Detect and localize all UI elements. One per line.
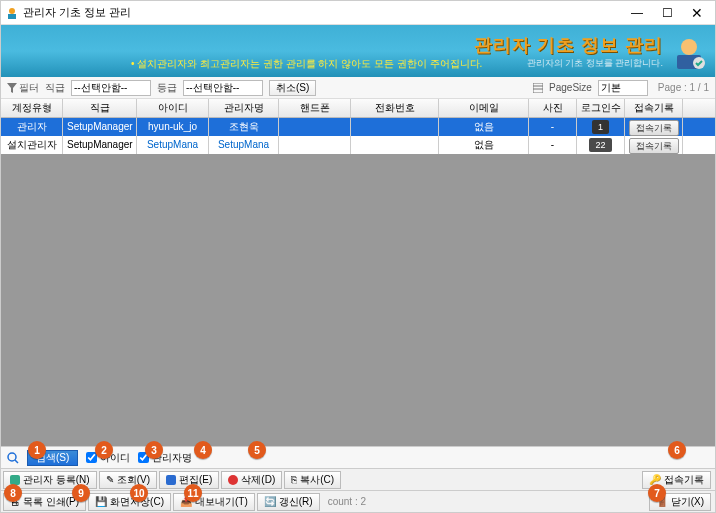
banner-title: 관리자 기초 정보 관리 xyxy=(474,33,663,57)
window-controls: — ☐ ✕ xyxy=(621,3,711,23)
annotation-10: 10 xyxy=(130,484,148,502)
annotation-11: 11 xyxy=(184,484,202,502)
header-banner: • 설치관리자와 최고관리자는 권한 관리를 하지 않아도 모든 권한이 주어집… xyxy=(1,25,715,77)
banner-warning: • 설치관리자와 최고관리자는 권한 관리를 하지 않아도 모든 권한이 주어집… xyxy=(131,57,482,71)
rank-label: 직급 xyxy=(45,81,65,95)
col-header[interactable]: 로그인수 xyxy=(577,99,625,117)
col-header[interactable]: 직급 xyxy=(63,99,137,117)
grade-label: 등급 xyxy=(157,81,177,95)
col-header[interactable]: 이메일 xyxy=(439,99,529,117)
table-row[interactable]: 관리자 SetupManager hyun-uk_jo 조현욱 없음 - 1 접… xyxy=(1,118,715,136)
minimize-button[interactable]: — xyxy=(623,3,651,23)
svg-point-2 xyxy=(681,39,697,55)
col-header[interactable]: 계정유형 xyxy=(1,99,63,117)
app-icon xyxy=(5,6,19,20)
access-log-button[interactable]: 접속기록 xyxy=(629,120,679,136)
toolbar-secondary: 🖨목록 인쇄(P) 💾화면저장(C) 📤내보내기(T) 🔄갱신(R) count… xyxy=(1,490,715,512)
search-icon xyxy=(7,452,19,464)
toolbar-main: 관리자 등록(N) ✎조회(V) 편집(E) 삭제(D) ⎘복사(C) 🔑접속기… xyxy=(1,468,715,490)
refresh-icon: 🔄 xyxy=(264,496,276,507)
window-title: 관리자 기초 정보 관리 xyxy=(23,5,621,20)
main-window: 관리자 기초 정보 관리 — ☐ ✕ • 설치관리자와 최고관리자는 권한 관리… xyxy=(0,0,716,513)
svg-point-0 xyxy=(9,8,15,14)
access-log-button[interactable]: 접속기록 xyxy=(629,138,679,154)
close-button[interactable]: ✕ xyxy=(683,3,711,23)
svg-point-8 xyxy=(8,453,16,461)
cancel-filter-button[interactable]: 취소(S) xyxy=(269,80,316,96)
annotation-1: 1 xyxy=(28,441,46,459)
annotation-7: 7 xyxy=(648,484,666,502)
annotation-8: 8 xyxy=(4,484,22,502)
login-count: 1 xyxy=(592,120,609,134)
disk-icon: 💾 xyxy=(95,496,107,507)
pencil-icon: ✎ xyxy=(106,474,114,485)
pagesize-icon xyxy=(533,83,543,93)
annotation-4: 4 xyxy=(194,441,212,459)
annotation-6: 6 xyxy=(668,441,686,459)
annotation-9: 9 xyxy=(72,484,90,502)
delete-button[interactable]: 삭제(D) xyxy=(221,471,282,489)
annotation-2: 2 xyxy=(95,441,113,459)
row-count: count : 2 xyxy=(328,496,366,507)
banner-subtitle: 관리자의 기초 정보를 관리합니다. xyxy=(527,57,663,70)
col-header[interactable]: 관리자명 xyxy=(209,99,279,117)
annotation-5: 5 xyxy=(248,441,266,459)
data-grid: 계정유형 직급 아이디 관리자명 핸드폰 전화번호 이메일 사진 로그인수 접속… xyxy=(1,99,715,446)
filter-icon xyxy=(7,83,17,93)
copy-icon: ⎘ xyxy=(291,474,297,485)
grid-body: 관리자 SetupManager hyun-uk_jo 조현욱 없음 - 1 접… xyxy=(1,118,715,446)
grid-header-row: 계정유형 직급 아이디 관리자명 핸드폰 전화번호 이메일 사진 로그인수 접속… xyxy=(1,99,715,118)
grade-select[interactable]: --선택안함-- xyxy=(183,80,263,96)
rank-select[interactable]: --선택안함-- xyxy=(71,80,151,96)
col-header[interactable]: 핸드폰 xyxy=(279,99,351,117)
maximize-button[interactable]: ☐ xyxy=(653,3,681,23)
refresh-button[interactable]: 🔄갱신(R) xyxy=(257,493,320,511)
banner-manager-icon xyxy=(671,35,707,71)
filter-label: 필터 xyxy=(7,81,39,95)
titlebar: 관리자 기초 정보 관리 — ☐ ✕ xyxy=(1,1,715,25)
svg-line-9 xyxy=(15,460,18,463)
copy-button[interactable]: ⎘복사(C) xyxy=(284,471,341,489)
col-header[interactable]: 아이디 xyxy=(137,99,209,117)
login-count: 22 xyxy=(589,138,611,152)
filter-bar: 필터 직급 --선택안함-- 등급 --선택안함-- 취소(S) PageSiz… xyxy=(1,77,715,99)
page-info: Page : 1 / 1 xyxy=(658,82,709,93)
col-header[interactable]: 사진 xyxy=(529,99,577,117)
svg-rect-5 xyxy=(533,83,543,93)
col-header[interactable]: 전화번호 xyxy=(351,99,439,117)
pagesize-select[interactable]: 기본 xyxy=(598,80,648,96)
col-header[interactable]: 접속기록 xyxy=(625,99,683,117)
pagesize-label: PageSize xyxy=(549,82,592,93)
svg-rect-1 xyxy=(8,14,16,19)
view-button[interactable]: ✎조회(V) xyxy=(99,471,157,489)
table-row[interactable]: 설치관리자 SetupManager SetupMana SetupMana 없… xyxy=(1,136,715,154)
annotation-3: 3 xyxy=(145,441,163,459)
